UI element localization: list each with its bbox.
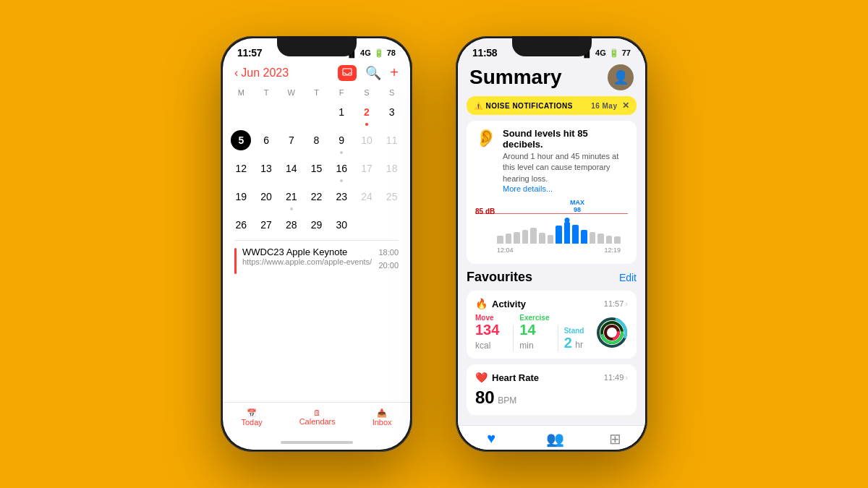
chart-bar <box>497 236 503 244</box>
cal-cell-30[interactable]: 30 <box>329 213 354 237</box>
stand-value: 2 <box>564 335 572 351</box>
chart-bar <box>581 230 587 244</box>
cal-cell-9[interactable]: 9 <box>329 128 354 156</box>
noise-banner-label: NOISE NOTIFICATIONS <box>486 102 573 110</box>
cal-cell-7[interactable]: 7 <box>278 128 304 156</box>
date-24: 24 <box>357 187 377 207</box>
noise-banner-close-icon[interactable]: ✕ <box>622 100 630 111</box>
cal-cell-27[interactable]: 27 <box>254 213 279 237</box>
noise-notification-banner[interactable]: ⚠️ NOISE NOTIFICATIONS 16 May ✕ <box>467 96 637 115</box>
month-nav[interactable]: ‹ Jun 2023 <box>234 67 289 80</box>
add-icon[interactable]: + <box>390 64 399 81</box>
cal-cell-23[interactable]: 23 <box>329 184 354 213</box>
today-label: Today <box>241 418 262 427</box>
cal-cell-13[interactable]: 13 <box>254 156 279 184</box>
tab-browse[interactable]: ⊞ Browse <box>603 430 627 450</box>
chart-bars <box>497 204 621 244</box>
favourites-section: Favourites Edit 🔥 Activity 11:57 › <box>458 270 645 425</box>
chart-bar <box>506 234 512 244</box>
stat-divider-2 <box>558 325 558 351</box>
cal-cell-11[interactable]: 11 <box>379 128 404 156</box>
event-bar <box>234 248 237 274</box>
avatar[interactable]: 👤 <box>608 64 634 90</box>
calendar-header-icons: 🔍 + <box>338 64 399 81</box>
noise-banner-right: 16 May ✕ <box>591 100 629 111</box>
chart-bar <box>614 236 621 244</box>
cal-cell-12[interactable]: 12 <box>229 156 254 184</box>
activity-chevron-icon: › <box>625 299 628 308</box>
cal-cell-26[interactable]: 26 <box>229 213 254 237</box>
activity-card[interactable]: 🔥 Activity 11:57 › Move 134 <box>467 291 637 359</box>
heart-rate-card[interactable]: ❤️ Heart Rate 11:49 › 80 BPM <box>467 364 637 415</box>
chart-bar <box>556 226 562 244</box>
cal-cell-24[interactable]: 24 <box>354 184 380 213</box>
stat-divider-1 <box>513 325 514 351</box>
inbox-icon-button[interactable] <box>338 65 357 81</box>
noise-card-more-link[interactable]: More details... <box>503 184 628 193</box>
event-time: 18:00 20:00 <box>378 247 399 272</box>
sharing-tab-label: Sharing <box>542 449 567 450</box>
date-25: 25 <box>382 187 402 207</box>
tab-calendars[interactable]: 🗓 Calendars <box>299 408 336 427</box>
heart-rate-value: 80 <box>475 388 495 407</box>
cal-cell-18[interactable]: 18 <box>379 156 404 184</box>
cal-cell-empty5 <box>354 213 380 237</box>
search-icon[interactable]: 🔍 <box>365 65 381 81</box>
favourites-title: Favourites <box>467 270 532 285</box>
heart-rate-header: ❤️ Heart Rate 11:49 › <box>475 372 628 383</box>
noise-card-description: Around 1 hour and 45 minutes at this lev… <box>503 151 628 184</box>
date-20: 20 <box>256 187 276 207</box>
cal-cell-10[interactable]: 10 <box>354 128 380 156</box>
cal-cell-22[interactable]: 22 <box>304 184 329 213</box>
day-header-m: M <box>229 87 254 100</box>
cal-cell-16[interactable]: 16 <box>329 156 354 184</box>
cal-cell-28[interactable]: 28 <box>278 213 304 237</box>
chart-bar <box>572 225 579 244</box>
cal-cell-21[interactable]: 21 <box>278 184 304 213</box>
cal-cell-8[interactable]: 8 <box>304 128 329 156</box>
cal-cell-2[interactable]: 2 <box>354 100 380 128</box>
cal-cell-17[interactable]: 17 <box>354 156 380 184</box>
tab-summary[interactable]: ♥ Summary <box>476 430 507 450</box>
home-indicator-left <box>281 441 353 444</box>
dot-9 <box>340 151 343 154</box>
cal-cell-1[interactable]: 1 <box>329 100 354 128</box>
chart-bar <box>539 233 545 244</box>
tab-today[interactable]: 📅 Today <box>241 408 262 427</box>
favourites-header: Favourites Edit <box>467 270 637 285</box>
tab-sharing[interactable]: 👥 Sharing <box>542 430 567 450</box>
inbox-label: Inbox <box>373 418 392 427</box>
chart-time-end: 12:19 <box>604 247 621 254</box>
date-6: 6 <box>256 130 276 150</box>
cal-cell-25[interactable]: 25 <box>379 184 404 213</box>
back-arrow-icon[interactable]: ‹ <box>234 67 238 80</box>
cal-cell-19[interactable]: 19 <box>229 184 254 213</box>
cal-cell-5[interactable]: 5 <box>229 128 254 156</box>
cal-cell-20[interactable]: 20 <box>254 184 279 213</box>
favourites-edit-button[interactable]: Edit <box>619 272 637 283</box>
cal-cell-empty1 <box>229 100 254 128</box>
date-27: 27 <box>256 215 276 235</box>
heart-rate-timestamp: 11:49 <box>604 373 624 382</box>
exercise-label: Exercise <box>519 314 551 322</box>
noise-banner-left: ⚠️ NOISE NOTIFICATIONS <box>474 102 573 110</box>
calendar-events: WWDC23 Apple Keynote https://www.apple.c… <box>223 241 410 402</box>
date-19: 19 <box>231 187 251 207</box>
cal-cell-29[interactable]: 29 <box>304 213 329 237</box>
tab-inbox[interactable]: 📥 Inbox <box>373 408 392 427</box>
event-wwdc[interactable]: WWDC23 Apple Keynote https://www.apple.c… <box>234 247 399 274</box>
sharing-tab-icon: 👥 <box>546 430 564 448</box>
date-29: 29 <box>306 215 326 235</box>
date-17: 17 <box>357 158 377 179</box>
cal-cell-3[interactable]: 3 <box>379 100 404 128</box>
heart-rate-value-row: 80 BPM <box>475 388 628 408</box>
cal-cell-15[interactable]: 15 <box>304 156 329 184</box>
chart-time-start: 12:04 <box>497 247 514 254</box>
date-15: 15 <box>306 158 326 179</box>
noise-card: 👂 Sound levels hit 85 decibels. Around 1… <box>467 121 637 264</box>
heart-icon: ❤️ <box>475 372 488 383</box>
cal-cell-14[interactable]: 14 <box>278 156 304 184</box>
cal-cell-6[interactable]: 6 <box>254 128 279 156</box>
battery-icon-right: 🔋 <box>609 48 619 58</box>
day-header-s2: S <box>379 87 404 100</box>
